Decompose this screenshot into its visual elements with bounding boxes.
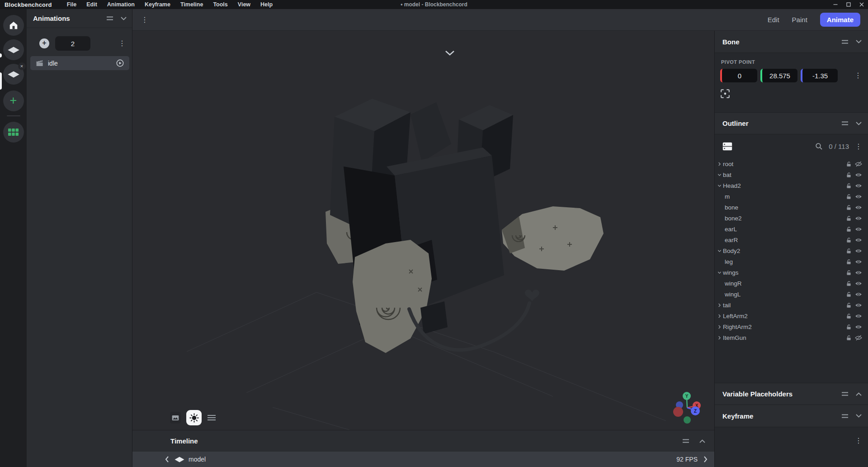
outliner-node-earL[interactable]: earL bbox=[715, 224, 868, 234]
animations-panel-header[interactable]: Animations bbox=[27, 9, 132, 28]
project-tab-2-active[interactable]: × bbox=[3, 64, 24, 85]
outliner-node-tail[interactable]: tail bbox=[715, 300, 868, 310]
search-icon[interactable] bbox=[815, 143, 823, 150]
project-grid-button[interactable] bbox=[3, 122, 24, 143]
expand-arrow-icon[interactable] bbox=[717, 314, 722, 318]
visible-icon[interactable] bbox=[855, 183, 862, 189]
menu-edit[interactable]: Edit bbox=[81, 1, 102, 8]
expand-arrow-icon[interactable] bbox=[717, 162, 722, 166]
expand-arrow-icon[interactable] bbox=[717, 303, 722, 307]
mode-tab-edit[interactable]: Edit bbox=[768, 16, 779, 24]
expand-toolbar-chevron-icon[interactable] bbox=[444, 50, 455, 56]
lock-open-icon[interactable] bbox=[846, 183, 852, 189]
animations-menu-icon[interactable]: ⋮ bbox=[118, 40, 126, 47]
visible-icon[interactable] bbox=[855, 324, 862, 330]
visible-icon[interactable] bbox=[855, 313, 862, 319]
chevron-down-icon[interactable] bbox=[856, 414, 862, 418]
outliner-node-Head2[interactable]: Head2 bbox=[715, 180, 868, 191]
hidden-icon[interactable] bbox=[855, 161, 862, 167]
minimize-button[interactable] bbox=[829, 0, 842, 9]
animation-item[interactable]: idle bbox=[30, 56, 129, 70]
track-name[interactable]: model bbox=[189, 456, 206, 463]
visible-icon[interactable] bbox=[855, 215, 862, 221]
panel-drag-icon[interactable] bbox=[106, 16, 113, 20]
lock-open-icon[interactable] bbox=[846, 194, 852, 200]
visible-icon[interactable] bbox=[855, 194, 862, 200]
visible-icon[interactable] bbox=[855, 237, 862, 243]
collapse-arrow-icon[interactable] bbox=[717, 173, 722, 177]
outliner-node-m[interactable]: m bbox=[715, 191, 868, 202]
visible-icon[interactable] bbox=[855, 226, 862, 232]
outliner-node-bat[interactable]: bat bbox=[715, 169, 868, 180]
add-animation-button[interactable]: + bbox=[39, 38, 49, 48]
panel-drag-icon[interactable] bbox=[841, 121, 849, 125]
menu-view[interactable]: View bbox=[233, 1, 255, 8]
lock-open-icon[interactable] bbox=[846, 215, 852, 221]
lock-open-icon[interactable] bbox=[846, 313, 852, 319]
chevron-down-icon[interactable] bbox=[121, 17, 127, 20]
variable-placeholders-panel-header[interactable]: Variable Placeholders bbox=[715, 383, 868, 405]
chevron-down-icon[interactable] bbox=[856, 40, 862, 43]
lock-open-icon[interactable] bbox=[846, 205, 852, 210]
panel-drag-icon[interactable] bbox=[682, 439, 689, 443]
lock-open-icon[interactable] bbox=[846, 161, 852, 167]
outliner-node-wingL[interactable]: wingL bbox=[715, 289, 868, 300]
next-icon[interactable] bbox=[703, 456, 708, 462]
chevron-up-icon[interactable] bbox=[699, 439, 705, 443]
visible-icon[interactable] bbox=[855, 205, 862, 210]
keyframe-menu-icon[interactable]: ⋮ bbox=[855, 437, 862, 444]
outliner-node-RightArm2[interactable]: RightArm2 bbox=[715, 321, 868, 332]
outliner-node-earR[interactable]: earR bbox=[715, 234, 868, 245]
lock-open-icon[interactable] bbox=[846, 291, 852, 297]
outliner-node-ItemGun[interactable]: ItemGun bbox=[715, 332, 868, 343]
lock-open-icon[interactable] bbox=[846, 302, 852, 308]
lock-open-icon[interactable] bbox=[846, 281, 852, 286]
lock-open-icon[interactable] bbox=[846, 237, 852, 243]
play-animation-icon[interactable] bbox=[116, 59, 124, 67]
menu-animation[interactable]: Animation bbox=[102, 1, 140, 8]
hidden-icon[interactable] bbox=[855, 335, 862, 341]
menu-file[interactable]: File bbox=[62, 1, 82, 8]
outliner-view-toggle-icon[interactable] bbox=[722, 142, 732, 151]
collapse-arrow-icon[interactable] bbox=[717, 271, 722, 275]
timeline-panel-header[interactable]: Timeline bbox=[132, 430, 714, 452]
pivot-y-input[interactable]: 28.575 bbox=[760, 69, 797, 82]
chevron-up-icon[interactable] bbox=[856, 392, 862, 396]
visible-icon[interactable] bbox=[855, 270, 862, 276]
outliner-node-LeftArm2[interactable]: LeftArm2 bbox=[715, 310, 868, 321]
outliner-node-leg[interactable]: leg bbox=[715, 256, 868, 267]
lock-open-icon[interactable] bbox=[846, 324, 852, 330]
close-button[interactable] bbox=[855, 0, 868, 9]
mode-tab-paint[interactable]: Paint bbox=[792, 16, 807, 24]
new-project-button[interactable]: + bbox=[3, 91, 24, 111]
outliner-node-wings[interactable]: wings bbox=[715, 267, 868, 278]
menu-timeline[interactable]: Timeline bbox=[175, 1, 208, 8]
visible-icon[interactable] bbox=[855, 291, 862, 297]
outliner-node-Body2[interactable]: Body2 bbox=[715, 245, 868, 256]
background-image-button[interactable] bbox=[170, 412, 181, 424]
keyframe-panel-header[interactable]: Keyframe bbox=[715, 405, 868, 427]
menu-tools[interactable]: Tools bbox=[208, 1, 232, 8]
lock-open-icon[interactable] bbox=[846, 172, 852, 178]
outliner-node-root[interactable]: root bbox=[715, 158, 868, 169]
project-tab-1[interactable] bbox=[3, 39, 24, 60]
mode-tab-animate[interactable]: Animate bbox=[820, 13, 860, 27]
animation-snap-input[interactable]: 2 bbox=[55, 36, 90, 51]
lock-open-icon[interactable] bbox=[846, 335, 852, 341]
lock-open-icon[interactable] bbox=[846, 270, 852, 276]
previous-icon[interactable] bbox=[165, 456, 169, 462]
collapse-arrow-icon[interactable] bbox=[717, 184, 722, 188]
outliner-node-wingR[interactable]: wingR bbox=[715, 278, 868, 289]
collapse-arrow-icon[interactable] bbox=[717, 249, 722, 253]
lock-open-icon[interactable] bbox=[846, 248, 852, 254]
menu-help[interactable]: Help bbox=[255, 1, 278, 8]
lock-open-icon[interactable] bbox=[846, 259, 852, 265]
pivot-menu-icon[interactable]: ⋮ bbox=[854, 72, 862, 79]
gizmo-neg-x-ball[interactable] bbox=[673, 407, 683, 417]
visible-icon[interactable] bbox=[855, 172, 862, 178]
menu-keyframe[interactable]: Keyframe bbox=[140, 1, 175, 8]
visible-icon[interactable] bbox=[855, 248, 862, 254]
outliner-panel-header[interactable]: Outliner bbox=[715, 112, 868, 134]
lighting-mode-button[interactable] bbox=[186, 410, 202, 425]
bone-panel-header[interactable]: Bone bbox=[715, 31, 868, 53]
